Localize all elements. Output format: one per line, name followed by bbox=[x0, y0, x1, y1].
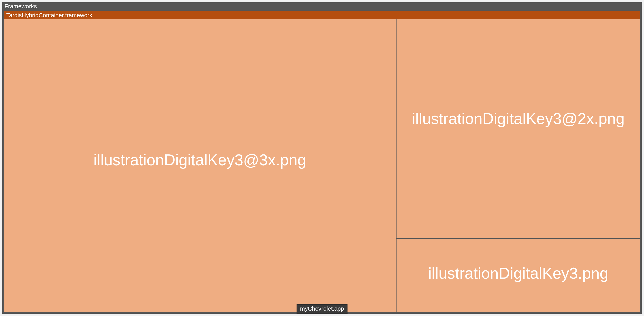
group-title-frameworks: Frameworks bbox=[2, 2, 642, 11]
group-subtitle-text: TardisHybridContainer.framework bbox=[6, 12, 92, 18]
app-name-badge[interactable]: myChevrolet.app bbox=[297, 304, 348, 314]
tile-label: illustrationDigitalKey3.png bbox=[428, 264, 608, 282]
group-title-framework-bundle[interactable]: TardisHybridContainer.framework bbox=[4, 11, 640, 19]
app-name-text: myChevrolet.app bbox=[300, 305, 344, 312]
group-title-text: Frameworks bbox=[4, 3, 37, 9]
treemap-container: Frameworks TardisHybridContainer.framewo… bbox=[2, 2, 642, 314]
tile-label: illustrationDigitalKey3@2x.png bbox=[412, 110, 624, 128]
treemap-tile-digitalkey3-2x[interactable]: illustrationDigitalKey3@2x.png bbox=[396, 19, 640, 238]
treemap-tile-digitalkey3-3x[interactable]: illustrationDigitalKey3@3x.png bbox=[4, 19, 396, 312]
treemap-tile-digitalkey3-1x[interactable]: illustrationDigitalKey3.png bbox=[396, 239, 640, 312]
treemap-tiles: illustrationDigitalKey3@3x.png illustrat… bbox=[4, 19, 640, 312]
tile-label: illustrationDigitalKey3@3x.png bbox=[94, 151, 306, 169]
